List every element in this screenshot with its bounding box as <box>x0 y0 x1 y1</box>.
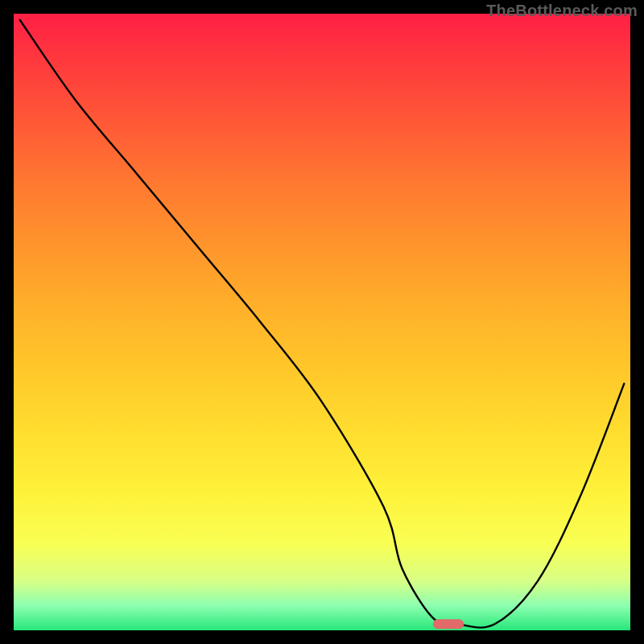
highlight-marker <box>433 619 464 629</box>
watermark-text: TheBottleneck.com <box>486 2 638 20</box>
chart-svg <box>14 14 630 630</box>
gradient-plot-area <box>14 14 630 630</box>
bottleneck-curve <box>20 20 625 628</box>
chart-frame: { "watermark": "TheBottleneck.com", "cha… <box>0 0 644 644</box>
